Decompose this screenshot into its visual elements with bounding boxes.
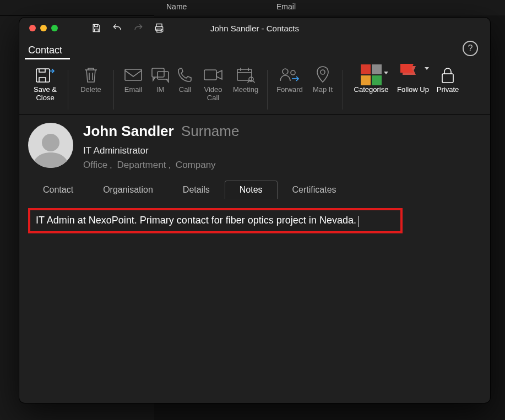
svg-rect-3	[36, 69, 50, 82]
col-name: Name	[166, 2, 187, 11]
ribbon: Save & Close Delete Email IM Call	[19, 59, 490, 115]
office-placeholder[interactable]: Office	[83, 160, 107, 170]
categorise-label: Categorise	[354, 86, 389, 94]
svg-point-10	[283, 69, 288, 74]
zoom-window-button[interactable]	[51, 25, 58, 31]
titlebar: John Sandler - Contacts	[19, 18, 490, 39]
svg-point-14	[42, 134, 59, 151]
avatar[interactable]	[28, 123, 73, 168]
call-button[interactable]: Call	[172, 62, 198, 94]
ribbon-tab-row: Contact ?	[19, 39, 490, 59]
close-window-button[interactable]	[29, 25, 36, 31]
save-close-button[interactable]: Save & Close	[27, 62, 63, 102]
follow-up-button[interactable]: Follow Up	[395, 62, 431, 94]
help-icon[interactable]: ?	[463, 41, 478, 56]
svg-rect-6	[158, 72, 169, 79]
video-call-button[interactable]: Video Call	[198, 62, 229, 102]
forward-label: Forward	[276, 86, 303, 94]
call-label: Call	[179, 86, 191, 94]
qat-save-icon[interactable]	[91, 23, 102, 34]
im-label: IM	[156, 86, 164, 94]
contact-subtabs: Contact Organisation Details Notes Certi…	[28, 181, 481, 199]
tab-notes[interactable]: Notes	[225, 181, 278, 199]
im-button[interactable]: IM	[148, 62, 172, 94]
background-list-header: Name Email	[154, 0, 505, 16]
svg-rect-4	[125, 69, 142, 80]
notes-highlight: IT Admin at NexoPoint. Primary contact f…	[28, 208, 403, 233]
contact-name[interactable]: John Sandler	[83, 123, 174, 139]
contact-role[interactable]: IT Administrator	[83, 145, 239, 156]
notes-textarea[interactable]: IT Admin at NexoPoint. Primary contact f…	[36, 215, 356, 226]
private-button[interactable]: Private	[431, 62, 464, 94]
map-it-button[interactable]: Map It	[307, 62, 338, 94]
email-button[interactable]: Email	[118, 62, 148, 94]
svg-rect-8	[237, 69, 252, 80]
window-title: John Sandler - Contacts	[19, 24, 490, 33]
tab-contact[interactable]: Contact	[28, 181, 88, 199]
categorise-button[interactable]: Categorise	[347, 62, 395, 94]
svg-point-11	[291, 70, 295, 75]
save-close-label: Save & Close	[27, 86, 63, 102]
meeting-label: Meeting	[233, 86, 258, 94]
tab-details[interactable]: Details	[168, 181, 225, 199]
follow-up-label: Follow Up	[397, 86, 429, 94]
contact-window: John Sandler - Contacts Contact ? Save &…	[19, 18, 490, 403]
svg-point-12	[321, 70, 325, 74]
svg-rect-13	[442, 74, 453, 83]
col-email: Email	[276, 2, 296, 11]
meeting-button[interactable]: Meeting	[229, 62, 263, 94]
qat-redo-icon[interactable]	[133, 23, 144, 34]
qat-print-icon[interactable]	[154, 23, 165, 34]
ribbon-tab-contact[interactable]: Contact	[28, 45, 62, 59]
forward-button[interactable]: Forward	[272, 62, 307, 94]
tab-certificates[interactable]: Certificates	[278, 181, 351, 199]
svg-rect-7	[204, 70, 216, 80]
qat-undo-icon[interactable]	[112, 23, 123, 34]
ribbon-tab-underline	[25, 58, 70, 59]
email-label: Email	[124, 86, 143, 94]
svg-rect-5	[152, 68, 164, 77]
chevron-down-icon	[384, 72, 388, 74]
private-label: Private	[437, 86, 459, 94]
company-placeholder[interactable]: Company	[176, 160, 216, 170]
tab-organisation[interactable]: Organisation	[88, 181, 168, 199]
minimize-window-button[interactable]	[40, 25, 47, 31]
video-call-label: Video Call	[198, 86, 229, 102]
delete-button[interactable]: Delete	[73, 62, 109, 94]
department-placeholder[interactable]: Department	[117, 160, 166, 170]
delete-label: Delete	[80, 86, 101, 94]
text-caret	[359, 216, 360, 227]
surname-placeholder[interactable]: Surname	[181, 123, 240, 139]
map-it-label: Map It	[313, 86, 333, 94]
chevron-down-icon	[425, 67, 429, 70]
